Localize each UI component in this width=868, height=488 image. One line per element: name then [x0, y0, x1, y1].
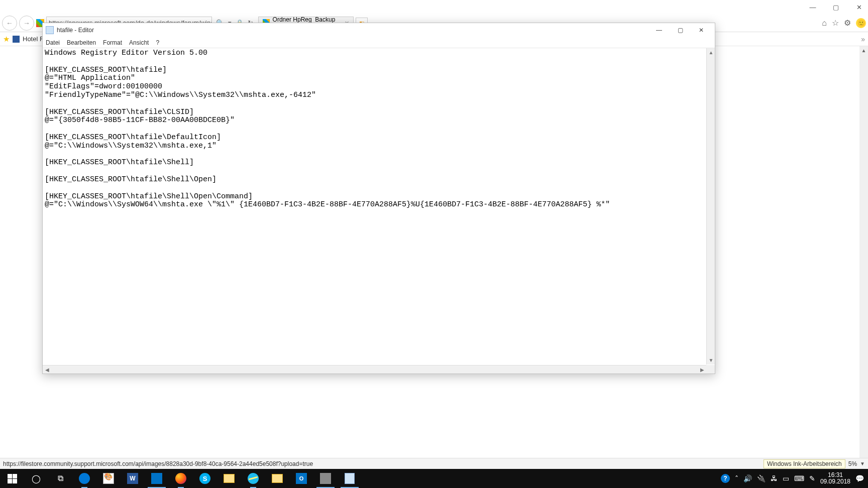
cortana-button[interactable]: ◯ — [24, 469, 48, 488]
taskbar-edge[interactable] — [72, 469, 96, 488]
taskbar-outlook[interactable]: O — [289, 469, 313, 488]
tools-icon[interactable]: ⚙ — [844, 18, 851, 28]
scroll-up-icon[interactable]: ▲ — [859, 46, 868, 55]
firefox-icon — [175, 473, 186, 484]
menu-datei[interactable]: Datei — [46, 39, 60, 46]
taskbar-app1[interactable] — [313, 469, 338, 488]
volume-icon[interactable]: 🔊 — [743, 474, 752, 482]
favbar-overflow-icon[interactable]: » — [861, 35, 865, 43]
usb-icon[interactable]: 🔌 — [757, 474, 766, 482]
notepad-taskbar-icon — [345, 473, 355, 484]
file-explorer-icon — [224, 474, 235, 483]
np-scroll-right-icon[interactable]: ▶ — [698, 365, 706, 374]
favorites-icon[interactable]: ☆ — [832, 18, 839, 28]
ie-toolbar-right: ⌂ ☆ ⚙ 🙂 — [822, 18, 866, 28]
taskbar-folder2[interactable] — [265, 469, 289, 488]
mail-icon — [151, 473, 162, 484]
edge-icon — [79, 473, 90, 484]
tray-chevron-icon[interactable]: ˄ — [735, 474, 738, 482]
action-center-icon[interactable]: 💬 — [855, 474, 864, 482]
taskbar-skype[interactable]: S — [193, 469, 217, 488]
start-button[interactable] — [0, 469, 24, 488]
notepad-menu-bar: Datei Bearbeiten Format Ansicht ? — [43, 37, 715, 48]
notepad-vertical-scrollbar[interactable]: ▲ ▼ — [706, 48, 715, 364]
folder-icon — [272, 474, 283, 483]
notepad-icon — [46, 26, 54, 34]
notepad-minimize-button[interactable]: — — [648, 24, 670, 37]
ie-icon — [248, 473, 259, 484]
word-icon: W — [127, 473, 138, 484]
back-button[interactable]: ← — [2, 16, 17, 31]
windows-logo-icon — [8, 474, 17, 483]
notepad-horizontal-scrollbar[interactable]: ◀ ▶ — [43, 365, 706, 374]
np-scroll-down-icon[interactable]: ▼ — [707, 356, 715, 364]
system-tray: ? ˄ 🔊 🔌 🖧 ▭ ⌨ ✎ 16:31 09.09.2018 💬 — [717, 472, 868, 485]
menu-ansicht[interactable]: Ansicht — [129, 39, 149, 46]
add-favorite-icon[interactable]: ★ — [3, 35, 10, 44]
taskbar-explorer[interactable] — [217, 469, 241, 488]
ink-tooltip: Windows Ink-Arbeitsbereich — [764, 459, 845, 468]
notepad-close-button[interactable]: ✕ — [691, 24, 712, 37]
status-right: Windows Ink-Arbeitsbereich 5% ▼ — [764, 459, 865, 468]
keyboard-icon[interactable]: ⌨ — [794, 474, 804, 482]
notepad-maximize-button[interactable]: ▢ — [670, 24, 691, 37]
ie-status-bar: https://filestore.community.support.micr… — [0, 458, 868, 469]
ie-titlebar: — ▢ ✕ — [0, 0, 868, 14]
battery-icon[interactable]: ▭ — [783, 474, 789, 482]
notepad-window: htafile - Editor — ▢ ✕ Datei Bearbeiten … — [42, 23, 715, 374]
task-view-button[interactable]: ⧉ — [48, 469, 72, 488]
taskbar-firefox[interactable] — [169, 469, 193, 488]
outlook-icon: O — [296, 473, 307, 484]
taskbar-notepad[interactable] — [338, 469, 362, 488]
notepad-text-area[interactable]: Windows Registry Editor Version 5.00 [HK… — [43, 48, 715, 374]
bookmark-favicon-icon — [13, 36, 20, 43]
np-scroll-left-icon[interactable]: ◀ — [43, 365, 51, 374]
pen-icon[interactable]: ✎ — [809, 474, 815, 482]
menu-bearbeiten[interactable]: Bearbeiten — [67, 39, 96, 46]
page-scrollbar[interactable]: ▲ — [859, 46, 868, 469]
taskbar-word[interactable]: W — [121, 469, 145, 488]
taskbar: ◯ ⧉ W S O ? ˄ 🔊 🔌 🖧 ▭ ⌨ ✎ 16:31 09.09.20… — [0, 469, 868, 488]
notepad-title: htafile - Editor — [57, 27, 94, 34]
help-icon[interactable]: ? — [721, 474, 730, 483]
menu-help[interactable]: ? — [156, 39, 159, 46]
generic-app-icon — [320, 473, 331, 484]
feedback-icon[interactable]: 🙂 — [856, 18, 866, 28]
paint-icon — [103, 473, 114, 484]
zoom-dropdown-icon[interactable]: ▼ — [860, 461, 865, 466]
date-text: 09.09.2018 — [820, 478, 850, 485]
ie-minimize-button[interactable]: — — [806, 2, 820, 13]
notepad-window-buttons: — ▢ ✕ — [648, 24, 712, 37]
ie-close-button[interactable]: ✕ — [852, 2, 866, 13]
taskbar-paint[interactable] — [96, 469, 121, 488]
forward-button[interactable]: → — [19, 16, 34, 31]
notepad-titlebar[interactable]: htafile - Editor — ▢ ✕ — [43, 23, 715, 37]
taskbar-mail[interactable] — [145, 469, 169, 488]
ie-maximize-button[interactable]: ▢ — [829, 2, 843, 13]
home-icon[interactable]: ⌂ — [822, 19, 827, 28]
status-url: https://filestore.community.support.micr… — [3, 460, 313, 467]
np-scroll-up-icon[interactable]: ▲ — [707, 48, 715, 57]
clock[interactable]: 16:31 09.09.2018 — [820, 472, 850, 485]
zoom-text: 5% — [848, 460, 857, 467]
skype-icon: S — [199, 473, 210, 484]
notepad-resize-grip[interactable] — [706, 365, 715, 374]
menu-format[interactable]: Format — [103, 39, 122, 46]
network-icon[interactable]: 🖧 — [771, 474, 778, 482]
taskbar-ie[interactable] — [241, 469, 265, 488]
